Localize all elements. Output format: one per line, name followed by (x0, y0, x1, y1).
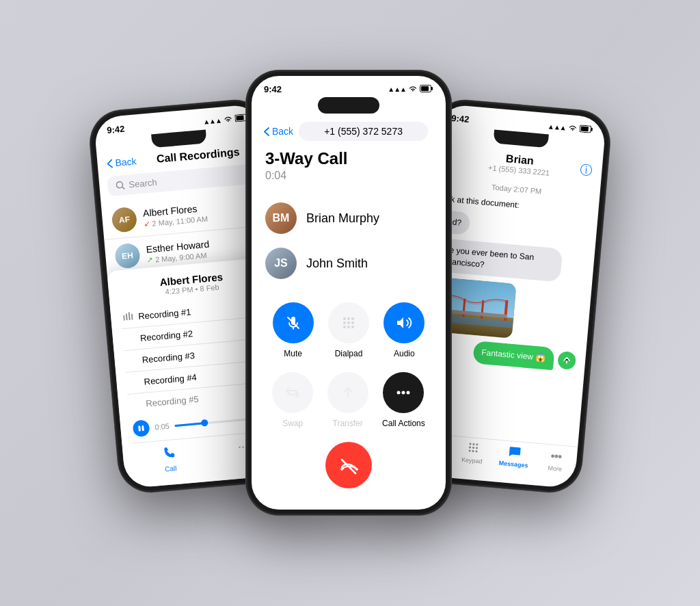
right-contact-block: Brian +1 (555) 333 2221 (458, 148, 581, 179)
center-callers: BM Brian Murphy JS John Smith (252, 196, 446, 286)
left-nav-call[interactable]: Call (132, 443, 208, 475)
svg-rect-9 (142, 425, 144, 431)
center-back-button[interactable]: Back (264, 126, 293, 137)
center-caller-name-2: John Smith (306, 256, 368, 271)
svg-point-24 (407, 391, 410, 395)
left-status-icons: ▲▲▲ (203, 114, 250, 127)
svg-point-42 (468, 446, 470, 448)
center-time: 9:42 (264, 84, 282, 94)
dialpad-button[interactable]: Dialpad (328, 302, 369, 358)
svg-point-41 (476, 443, 478, 445)
center-caller-name-1: Brian Murphy (306, 211, 379, 226)
center-caller-1: BM Brian Murphy (252, 196, 446, 241)
pause-button[interactable] (133, 419, 150, 437)
end-call-button[interactable] (325, 442, 372, 488)
left-back-label: Back (115, 155, 137, 168)
mute-button[interactable]: Mute (273, 302, 314, 358)
center-phone-screen: 9:42 ▲▲▲ Back +1 (55 (252, 76, 446, 510)
center-nav: Back +1 (555) 372 5273 (252, 119, 446, 149)
svg-point-19 (343, 326, 346, 328)
recording-item-label-4: Recording #4 (144, 372, 197, 387)
recording-icon-5 (131, 404, 141, 405)
center-phone: 9:42 ▲▲▲ Back +1 (55 (246, 70, 451, 515)
recording-icon-3 (127, 360, 137, 361)
left-search-placeholder: Search (129, 177, 157, 190)
mute-label: Mute (284, 349, 302, 358)
left-back-button[interactable]: Back (107, 155, 137, 169)
right-time: 9:42 (451, 113, 470, 124)
center-back-label: Back (272, 126, 293, 137)
swap-icon (272, 372, 313, 413)
call-icon (162, 445, 177, 464)
right-battery-icon (579, 124, 593, 135)
keypad-icon (467, 442, 479, 456)
sent-indicator (557, 351, 576, 370)
svg-rect-12 (431, 87, 433, 90)
recording-icon-2 (125, 339, 135, 339)
phones-container: 9:42 ▲▲▲ Back Call R (83, 50, 617, 556)
recording-icon-4 (129, 382, 139, 383)
svg-rect-7 (131, 314, 133, 320)
svg-point-46 (472, 450, 474, 452)
left-time: 9:42 (107, 124, 125, 135)
info-button[interactable]: ⓘ (580, 161, 593, 179)
center-dynamic-island (318, 97, 379, 114)
center-status-icons: ▲▲▲ (388, 85, 433, 94)
center-phone-number: +1 (555) 372 5273 (299, 122, 428, 141)
center-signal-icon: ▲▲▲ (388, 85, 406, 93)
center-wifi-icon (409, 85, 417, 94)
dialpad-icon (328, 302, 369, 343)
svg-rect-4 (123, 315, 125, 321)
svg-point-13 (343, 317, 346, 320)
swap-label: Swap (282, 419, 303, 428)
left-arrow-in-icon: ↙ (144, 219, 150, 228)
svg-point-40 (472, 443, 474, 445)
transfer-button[interactable]: Transfer (327, 372, 368, 428)
audio-label: Audio (394, 349, 415, 358)
left-nav-call-label: Call (165, 464, 177, 473)
audio-button[interactable]: Audio (383, 302, 425, 358)
svg-point-39 (469, 443, 471, 445)
recording-item-label-3: Recording #3 (142, 350, 195, 365)
messages-icon (508, 445, 522, 460)
svg-rect-8 (138, 425, 141, 431)
swap-button[interactable]: Swap (272, 372, 313, 428)
left-title: Call Recordings (142, 144, 255, 166)
transfer-label: Transfer (333, 419, 363, 428)
call-actions-icon (383, 372, 424, 413)
recording-item-label-5: Recording #5 (146, 394, 199, 409)
left-arrow-out-icon: ↗ (147, 255, 154, 265)
call-actions-label: Call Actions (382, 419, 425, 428)
transfer-icon (327, 372, 368, 413)
svg-point-20 (347, 326, 350, 328)
right-nav-more[interactable]: ••• More (534, 447, 578, 473)
message-bubble-2: ve you ever been to San Francisco? (435, 238, 563, 282)
right-status-icons: ▲▲▲ (548, 122, 594, 135)
svg-point-44 (475, 447, 477, 449)
left-avatar-1: AF (111, 207, 137, 233)
svg-point-15 (351, 317, 354, 320)
left-contact-info-1: Albert Flores ↙ 2 May, 11:00 AM (142, 198, 260, 228)
call-actions-button[interactable]: Call Actions (382, 372, 425, 428)
svg-point-16 (343, 321, 346, 324)
audio-icon (383, 302, 425, 343)
center-avatar-2: JS (265, 248, 297, 279)
progress-thumb (201, 419, 208, 427)
svg-point-17 (347, 321, 350, 324)
right-nav-messages[interactable]: Messages (492, 444, 536, 470)
svg-point-23 (402, 391, 405, 395)
right-nav-more-label: More (548, 464, 562, 473)
svg-rect-5 (126, 313, 128, 320)
svg-point-18 (351, 321, 354, 324)
recording-item-label-2: Recording #2 (139, 328, 193, 343)
player-time: 0:05 (154, 422, 170, 432)
mute-icon (273, 302, 314, 343)
dialpad-label: Dialpad (335, 349, 363, 358)
right-nav-keypad-label: Keypad (461, 456, 483, 465)
sent-bubble: Fantastic view 😱 (472, 341, 555, 370)
right-nav-messages-label: Messages (498, 460, 528, 469)
svg-rect-27 (580, 126, 589, 131)
right-nav-keypad[interactable]: Keypad (450, 440, 494, 466)
more-dots-icon: ••• (550, 449, 562, 464)
svg-point-14 (347, 317, 350, 320)
